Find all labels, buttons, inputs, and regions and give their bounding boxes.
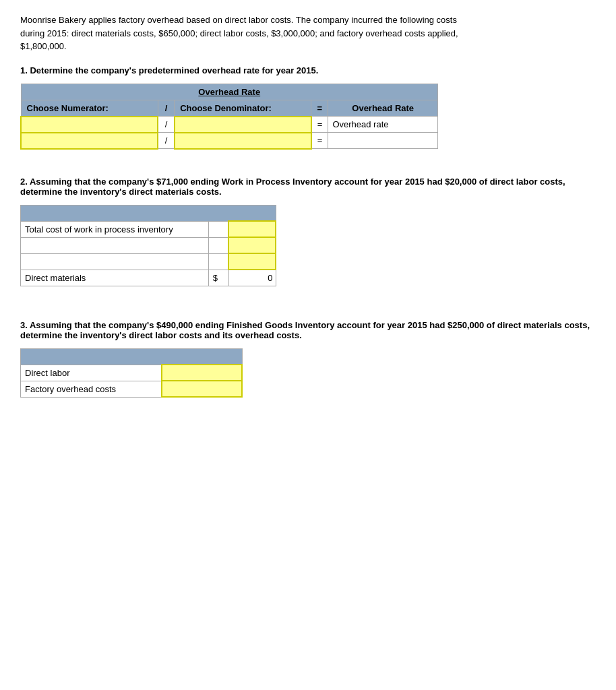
- fg-factory-overhead-label: Factory overhead costs: [21, 381, 162, 397]
- wip-row1: [21, 237, 276, 253]
- wip-row1-label: [21, 237, 209, 253]
- slash-1: /: [158, 117, 174, 133]
- wip-header-cell: [21, 205, 276, 221]
- fg-table: Direct labor Factory overhead costs: [20, 348, 243, 398]
- numerator-header: Choose Numerator:: [21, 100, 158, 117]
- wip-header-row: [21, 205, 276, 221]
- wip-table: Total cost of work in process inventory …: [20, 205, 276, 286]
- overhead-caption: Overhead Rate: [21, 84, 438, 100]
- wip-row2-input[interactable]: [228, 253, 276, 270]
- wip-total-dollar: [208, 221, 228, 237]
- numerator-input-1[interactable]: [21, 117, 158, 133]
- wip-total-label: Total cost of work in process inventory: [21, 221, 209, 237]
- overhead-table-row1: / = Overhead rate: [21, 117, 438, 133]
- section1-title: 1. Determine the company's predetermined…: [20, 65, 596, 75]
- overhead-table-row2: / =: [21, 133, 438, 149]
- equals-1: =: [311, 117, 328, 133]
- equals-2: =: [311, 133, 328, 149]
- wip-row2-dollar: [208, 253, 228, 270]
- fg-header-row: [21, 348, 243, 365]
- result-header: Overhead Rate: [328, 100, 438, 117]
- wip-row1-input[interactable]: [228, 237, 276, 253]
- wip-dollar-sign: $: [208, 270, 228, 286]
- wip-direct-materials-label: Direct materials: [21, 270, 209, 286]
- overhead-rate-table: Overhead Rate Choose Numerator: / Choose…: [20, 84, 438, 150]
- section2-title: 2. Assuming that the company's $71,000 e…: [20, 177, 596, 197]
- fg-header-cell: [21, 348, 243, 365]
- section-1: 1. Determine the company's predetermined…: [20, 65, 596, 150]
- slash-2: /: [158, 133, 174, 149]
- wip-total-row: Total cost of work in process inventory: [21, 221, 276, 237]
- fg-direct-labor-row: Direct labor: [21, 365, 243, 381]
- section-3: 3. Assuming that the company's $490,000 …: [20, 320, 596, 398]
- wip-direct-materials-value: 0: [228, 270, 276, 286]
- wip-row2: [21, 253, 276, 270]
- section-2: 2. Assuming that the company's $71,000 e…: [20, 177, 596, 286]
- wip-direct-materials-row: Direct materials $ 0: [21, 270, 276, 286]
- result-2: [328, 133, 438, 149]
- overhead-table-caption-row: Overhead Rate: [21, 84, 438, 100]
- intro-text: Moonrise Bakery applies factory overhead…: [20, 13, 479, 53]
- section3-title: 3. Assuming that the company's $490,000 …: [20, 320, 596, 340]
- slash-header: /: [158, 100, 174, 117]
- equals-header: =: [311, 100, 328, 117]
- fg-direct-labor-input[interactable]: [162, 365, 242, 381]
- wip-total-input[interactable]: [228, 221, 276, 237]
- overhead-table-header-row: Choose Numerator: / Choose Denominator: …: [21, 100, 438, 117]
- denominator-header: Choose Denominator:: [175, 100, 311, 117]
- fg-factory-overhead-input[interactable]: [162, 381, 242, 397]
- wip-row1-dollar: [208, 237, 228, 253]
- fg-direct-labor-label: Direct labor: [21, 365, 162, 381]
- fg-factory-overhead-row: Factory overhead costs: [21, 381, 243, 397]
- denominator-input-2[interactable]: [175, 133, 311, 149]
- denominator-input-1[interactable]: [175, 117, 311, 133]
- result-1: Overhead rate: [328, 117, 438, 133]
- wip-row2-label: [21, 253, 209, 270]
- numerator-input-2[interactable]: [21, 133, 158, 149]
